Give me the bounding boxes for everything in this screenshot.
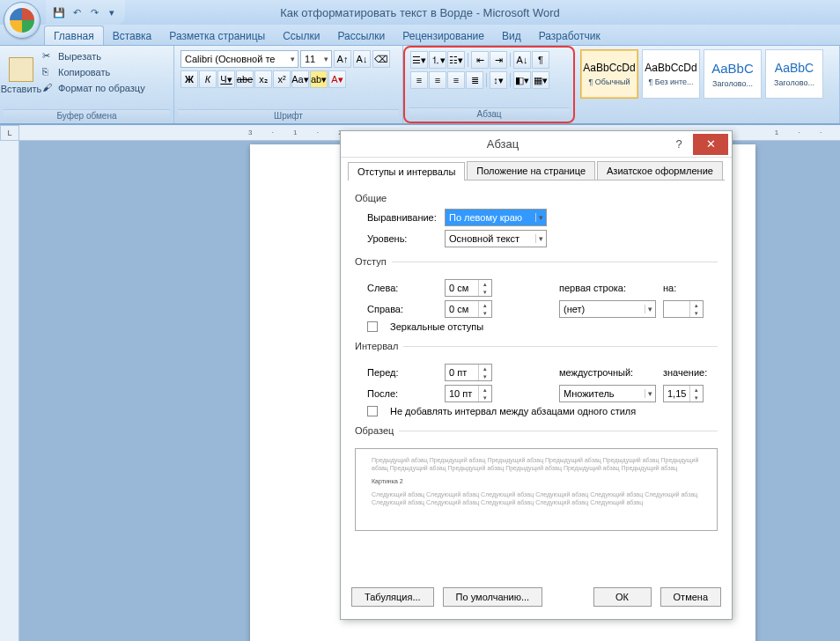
style-heading1[interactable]: AaBbC Заголово... bbox=[704, 49, 762, 99]
tabs-button[interactable]: Табуляция... bbox=[351, 587, 434, 607]
style-normal[interactable]: AaBbCcDd ¶ Обычный bbox=[580, 49, 638, 99]
alignment-combo[interactable]: По левому краю bbox=[445, 209, 547, 226]
default-button[interactable]: По умолчанию... bbox=[443, 587, 543, 607]
font-size-combo[interactable]: 11 bbox=[300, 50, 332, 68]
tab-developer[interactable]: Разработчик bbox=[530, 26, 609, 45]
by-label: на: bbox=[663, 283, 681, 293]
tab-insert[interactable]: Вставка bbox=[104, 26, 161, 45]
underline-button[interactable]: Ч▾ bbox=[217, 70, 235, 88]
tab-review[interactable]: Рецензирование bbox=[394, 26, 493, 45]
tab-view[interactable]: Вид bbox=[493, 26, 530, 45]
linespacing-label: междустрочный: bbox=[559, 367, 656, 378]
borders-button[interactable]: ▦▾ bbox=[532, 71, 549, 89]
ribbon-tabs: Главная Вставка Разметка страницы Ссылки… bbox=[0, 25, 840, 46]
tab-mailings[interactable]: Рассылки bbox=[328, 26, 394, 45]
cut-button[interactable]: ✂Вырезать bbox=[39, 49, 149, 63]
sort-button[interactable]: A↓ bbox=[513, 51, 531, 69]
style-nospacing[interactable]: AaBbCcDd ¶ Без инте... bbox=[642, 49, 700, 99]
firstline-by-spinner[interactable] bbox=[663, 300, 704, 318]
space-after-label: После: bbox=[367, 388, 438, 399]
indent-left-label: Слева: bbox=[367, 283, 438, 293]
preview-box: Предыдущий абзац Предыдущий абзац Предыд… bbox=[355, 448, 718, 531]
section-indent: Отступ bbox=[355, 256, 392, 267]
ok-button[interactable]: ОК bbox=[593, 587, 652, 607]
tab-linebreaks[interactable]: Положение на странице bbox=[467, 161, 595, 180]
decrease-indent-button[interactable]: ⇤ bbox=[471, 51, 489, 69]
dialog-tabs: Отступы и интервалы Положение на страниц… bbox=[348, 161, 725, 181]
justify-button[interactable]: ≣ bbox=[466, 71, 483, 89]
group-font: Calibri (Основной те 11 A↑ A↓ ⌫ Ж К Ч▾ a… bbox=[174, 46, 403, 123]
paragraph-dialog: Абзац ? ✕ Отступы и интервалы Положение … bbox=[340, 130, 733, 620]
cancel-button[interactable]: Отмена bbox=[660, 587, 721, 607]
font-family-combo[interactable]: Calibri (Основной те bbox=[181, 50, 298, 68]
grow-font-button[interactable]: A↑ bbox=[334, 50, 351, 68]
at-label: значение: bbox=[663, 367, 707, 378]
group-paragraph: ☰▾ ⒈▾ ☷▾ ⇤ ⇥ A↓ ¶ ≡ ≡ ≡ ≣ ↕▾ ◧▾ ▦▾ bbox=[403, 46, 575, 123]
ruler-corner: L bbox=[0, 125, 19, 141]
dialog-titlebar: Абзац ? ✕ bbox=[341, 131, 732, 158]
level-label: Уровень: bbox=[367, 233, 438, 244]
group-styles: AaBbCcDd ¶ Обычный AaBbCcDd ¶ Без инте..… bbox=[575, 46, 840, 123]
paste-icon bbox=[9, 57, 33, 82]
tab-asian[interactable]: Азиатское оформление bbox=[597, 161, 723, 180]
space-after-spinner[interactable]: 10 пт bbox=[445, 385, 492, 402]
section-preview: Образец bbox=[355, 425, 399, 436]
show-marks-button[interactable]: ¶ bbox=[532, 51, 549, 69]
mirror-indents-label: Зеркальные отступы bbox=[390, 321, 483, 332]
italic-button[interactable]: К bbox=[199, 70, 217, 88]
copy-icon: ⎘ bbox=[42, 66, 55, 78]
align-right-button[interactable]: ≡ bbox=[447, 71, 465, 89]
section-spacing: Интервал bbox=[355, 341, 403, 351]
firstline-label: первая строка: bbox=[559, 283, 656, 293]
tab-pagelayout[interactable]: Разметка страницы bbox=[160, 26, 274, 45]
font-color-button[interactable]: A▾ bbox=[328, 70, 346, 88]
align-center-button[interactable]: ≡ bbox=[429, 71, 446, 89]
dialog-title: Абзац bbox=[341, 137, 665, 151]
increase-indent-button[interactable]: ⇥ bbox=[490, 51, 507, 69]
close-button[interactable]: ✕ bbox=[693, 134, 728, 155]
indent-right-label: Справа: bbox=[367, 304, 438, 314]
firstline-combo[interactable]: (нет) bbox=[559, 300, 656, 318]
numbering-button[interactable]: ⒈▾ bbox=[429, 51, 446, 69]
shrink-font-button[interactable]: A↓ bbox=[353, 50, 371, 68]
dontadd-label: Не добавлять интервал между абзацами одн… bbox=[390, 406, 636, 416]
copy-button[interactable]: ⎘Копировать bbox=[39, 65, 149, 79]
indent-left-spinner[interactable]: 0 см bbox=[445, 279, 492, 297]
highlight-button[interactable]: ab▾ bbox=[310, 70, 328, 88]
superscript-button[interactable]: x² bbox=[273, 70, 291, 88]
space-before-spinner[interactable]: 0 пт bbox=[445, 364, 492, 381]
align-left-button[interactable]: ≡ bbox=[410, 71, 428, 89]
group-label-paragraph: Абзац bbox=[409, 107, 570, 120]
bullets-button[interactable]: ☰▾ bbox=[410, 51, 428, 69]
strikethrough-button[interactable]: abe bbox=[236, 70, 254, 88]
linespacing-combo[interactable]: Множитель bbox=[559, 385, 656, 402]
subscript-button[interactable]: x₂ bbox=[254, 70, 272, 88]
scissors-icon: ✂ bbox=[42, 50, 55, 63]
shading-button[interactable]: ◧▾ bbox=[513, 71, 531, 89]
linespacing-at-spinner[interactable]: 1,15 bbox=[663, 385, 704, 402]
window-title: Как отформатировать текст в Ворде - Micr… bbox=[0, 6, 840, 19]
paste-button[interactable]: Вставить bbox=[4, 48, 39, 104]
clear-formatting-button[interactable]: ⌫ bbox=[372, 50, 390, 68]
bold-button[interactable]: Ж bbox=[181, 70, 198, 88]
space-before-label: Перед: bbox=[367, 367, 438, 378]
outline-level-combo[interactable]: Основной текст bbox=[445, 230, 547, 247]
tab-home[interactable]: Главная bbox=[44, 26, 104, 45]
style-heading2[interactable]: AaBbC Заголово... bbox=[765, 49, 823, 99]
vertical-ruler[interactable] bbox=[0, 141, 19, 641]
group-label-font: Шрифт bbox=[178, 109, 399, 122]
change-case-button[interactable]: Aa▾ bbox=[291, 70, 309, 88]
office-button[interactable] bbox=[4, 2, 41, 39]
brush-icon: 🖌 bbox=[42, 82, 55, 94]
tab-references[interactable]: Ссылки bbox=[274, 26, 328, 45]
mirror-indents-checkbox[interactable] bbox=[367, 321, 378, 332]
help-button[interactable]: ? bbox=[665, 137, 693, 151]
line-spacing-button[interactable]: ↕▾ bbox=[490, 71, 507, 89]
section-general: Общие bbox=[355, 193, 718, 203]
dontadd-checkbox[interactable] bbox=[367, 406, 378, 416]
multilevel-button[interactable]: ☷▾ bbox=[447, 51, 465, 69]
tab-indents[interactable]: Отступы и интервалы bbox=[348, 162, 465, 181]
format-painter-button[interactable]: 🖌Формат по образцу bbox=[39, 81, 149, 95]
indent-right-spinner[interactable]: 0 см bbox=[445, 300, 492, 318]
title-bar: 💾 ↶ ↷ ▾ Как отформатировать текст в Ворд… bbox=[0, 0, 840, 25]
